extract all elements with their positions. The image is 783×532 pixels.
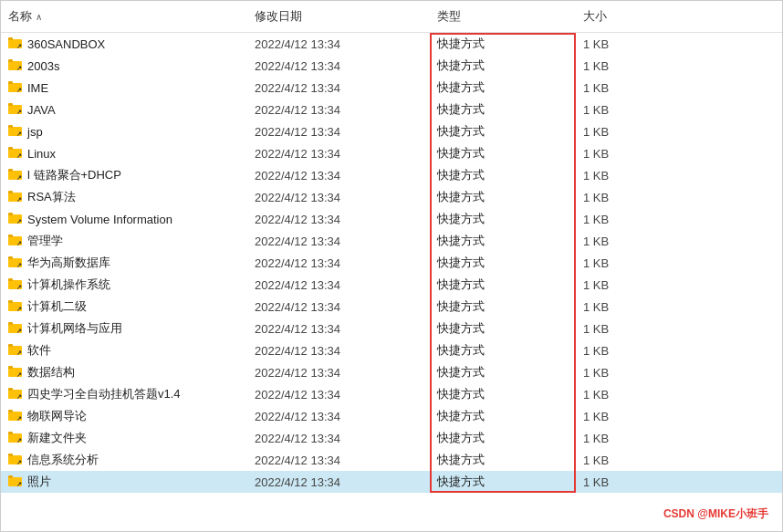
svg-text:↗: ↗ xyxy=(16,481,22,487)
table-row[interactable]: ↗ 360SANDBOX2022/4/12 13:34快捷方式1 KB xyxy=(1,33,782,55)
folder-shortcut-icon: ↗ xyxy=(8,167,23,184)
file-type-cell: 快捷方式 xyxy=(430,474,576,490)
table-row[interactable]: ↗ 信息系统分析2022/4/12 13:34快捷方式1 KB xyxy=(1,449,782,471)
file-name-text: 软件 xyxy=(27,342,51,359)
file-type-cell: 快捷方式 xyxy=(430,167,576,183)
folder-shortcut-icon: ↗ xyxy=(8,36,23,53)
file-date-cell: 2022/4/12 13:34 xyxy=(247,235,430,248)
table-row[interactable]: ↗ 数据结构2022/4/12 13:34快捷方式1 KB xyxy=(1,361,782,383)
file-size-cell: 1 KB xyxy=(576,103,649,117)
file-name-text: 计算机操作系统 xyxy=(27,276,110,293)
svg-rect-74 xyxy=(8,432,13,434)
svg-text:↗: ↗ xyxy=(16,218,22,224)
folder-shortcut-icon: ↗ xyxy=(8,57,23,75)
table-row[interactable]: ↗ 照片2022/4/12 13:34快捷方式1 KB xyxy=(1,471,782,493)
table-row[interactable]: ↗ 计算机网络与应用2022/4/12 13:34快捷方式1 KB xyxy=(1,318,782,339)
col-header-type[interactable]: 类型 xyxy=(430,5,576,28)
file-date-cell: 2022/4/12 13:34 xyxy=(247,388,430,402)
table-row[interactable]: ↗ l 链路聚合+DHCP2022/4/12 13:34快捷方式1 KB xyxy=(1,164,782,186)
file-name-text: 信息系统分析 xyxy=(27,452,99,468)
table-row[interactable]: ↗ 四史学习全自动挂机答题v1.42022/4/12 13:34快捷方式1 KB xyxy=(1,383,782,405)
file-type-cell: 快捷方式 xyxy=(430,145,576,162)
svg-text:↗: ↗ xyxy=(16,43,22,49)
svg-text:↗: ↗ xyxy=(16,196,22,203)
table-row[interactable]: ↗ 计算机二级2022/4/12 13:34快捷方式1 KB xyxy=(1,296,782,318)
col-header-size[interactable]: 大小 xyxy=(576,5,649,28)
file-size-cell: 1 KB xyxy=(576,454,649,467)
table-row[interactable]: ↗ JAVA2022/4/12 13:34快捷方式1 KB xyxy=(1,99,782,120)
file-name-text: 计算机二级 xyxy=(27,298,87,315)
table-row[interactable]: ↗ 软件2022/4/12 13:34快捷方式1 KB xyxy=(1,339,782,361)
file-size-cell: 1 KB xyxy=(576,191,649,204)
file-name-text: 2003s xyxy=(27,59,59,73)
file-type-cell: 快捷方式 xyxy=(430,101,576,118)
table-row[interactable]: ↗ jsp2022/4/12 13:34快捷方式1 KB xyxy=(1,120,782,142)
folder-shortcut-icon: ↗ xyxy=(8,452,23,469)
file-name-text: 管理学 xyxy=(27,233,63,249)
watermark: CSDN @MIKE小班手 xyxy=(663,506,768,522)
table-row[interactable]: ↗ RSA算法2022/4/12 13:34快捷方式1 KB xyxy=(1,186,782,208)
table-row[interactable]: ↗ 计算机操作系统2022/4/12 13:34快捷方式1 KB xyxy=(1,274,782,296)
file-size-cell: 1 KB xyxy=(576,59,649,73)
svg-text:↗: ↗ xyxy=(16,152,22,159)
file-size-cell: 1 KB xyxy=(576,278,649,292)
file-date-cell: 2022/4/12 13:34 xyxy=(247,278,430,292)
file-name-text: l 链路聚合+DHCP xyxy=(27,167,121,183)
folder-shortcut-icon: ↗ xyxy=(8,386,23,403)
file-size-cell: 1 KB xyxy=(576,344,649,358)
svg-text:↗: ↗ xyxy=(16,262,22,268)
file-date-cell: 2022/4/12 13:34 xyxy=(247,256,430,270)
svg-text:↗: ↗ xyxy=(16,109,22,115)
file-name-cell: ↗ jsp xyxy=(1,123,247,141)
file-size-cell: 1 KB xyxy=(576,81,649,95)
file-name-cell: ↗ 管理学 xyxy=(1,233,247,250)
table-row[interactable]: ↗ 新建文件夹2022/4/12 13:34快捷方式1 KB xyxy=(1,427,782,449)
file-type-cell: 快捷方式 xyxy=(430,255,576,271)
folder-shortcut-icon: ↗ xyxy=(8,101,23,119)
col-header-name[interactable]: 名称 ∧ xyxy=(1,5,247,28)
svg-rect-58 xyxy=(8,344,13,347)
folder-shortcut-icon: ↗ xyxy=(8,408,23,425)
file-size-cell: 1 KB xyxy=(576,169,649,183)
file-name-cell: ↗ 360SANDBOX xyxy=(1,36,247,53)
file-size-cell: 1 KB xyxy=(576,410,649,423)
folder-shortcut-icon: ↗ xyxy=(8,79,23,97)
file-name-text: 四史学习全自动挂机答题v1.4 xyxy=(27,386,181,402)
file-type-cell: 快捷方式 xyxy=(430,320,576,337)
file-name-cell: ↗ 新建文件夹 xyxy=(1,430,247,447)
svg-rect-82 xyxy=(8,475,13,478)
file-size-cell: 1 KB xyxy=(576,125,649,139)
file-list[interactable]: ↗ 360SANDBOX2022/4/12 13:34快捷方式1 KB ↗ 20… xyxy=(1,33,782,493)
table-row[interactable]: ↗ System Volume Information2022/4/12 13:… xyxy=(1,208,782,230)
file-name-cell: ↗ IME xyxy=(1,79,247,97)
file-explorer: 名称 ∧ 修改日期 类型 大小 ↗ 360SANDBOX2022/4/12 13… xyxy=(0,0,783,532)
file-name-text: System Volume Information xyxy=(27,213,172,226)
svg-text:↗: ↗ xyxy=(16,174,22,181)
folder-shortcut-icon: ↗ xyxy=(8,342,23,360)
table-row[interactable]: ↗ 管理学2022/4/12 13:34快捷方式1 KB xyxy=(1,230,782,252)
file-size-cell: 1 KB xyxy=(576,37,649,51)
folder-shortcut-icon: ↗ xyxy=(8,276,23,294)
file-name-text: 计算机网络与应用 xyxy=(27,320,122,337)
svg-rect-38 xyxy=(8,235,13,237)
folder-shortcut-icon: ↗ xyxy=(8,474,23,491)
file-name-text: IME xyxy=(27,81,48,95)
table-row[interactable]: ↗ 2003s2022/4/12 13:34快捷方式1 KB xyxy=(1,55,782,77)
file-size-cell: 1 KB xyxy=(576,300,649,314)
file-name-text: Linux xyxy=(27,147,56,161)
file-type-cell: 快捷方式 xyxy=(430,408,576,424)
table-row[interactable]: ↗ 华为高斯数据库2022/4/12 13:34快捷方式1 KB xyxy=(1,252,782,274)
table-row[interactable]: ↗ 物联网导论2022/4/12 13:34快捷方式1 KB xyxy=(1,405,782,427)
col-header-date[interactable]: 修改日期 xyxy=(247,5,430,28)
file-name-cell: ↗ JAVA xyxy=(1,101,247,119)
file-date-cell: 2022/4/12 13:34 xyxy=(247,169,430,183)
table-row[interactable]: ↗ IME2022/4/12 13:34快捷方式1 KB xyxy=(1,77,782,99)
file-name-text: 华为高斯数据库 xyxy=(27,255,110,271)
folder-shortcut-icon: ↗ xyxy=(8,255,23,272)
file-name-text: JAVA xyxy=(27,103,56,117)
folder-shortcut-icon: ↗ xyxy=(8,320,23,338)
file-size-cell: 1 KB xyxy=(576,322,649,336)
file-date-cell: 2022/4/12 13:34 xyxy=(247,103,430,117)
file-type-cell: 快捷方式 xyxy=(430,189,576,205)
table-row[interactable]: ↗ Linux2022/4/12 13:34快捷方式1 KB xyxy=(1,142,782,164)
